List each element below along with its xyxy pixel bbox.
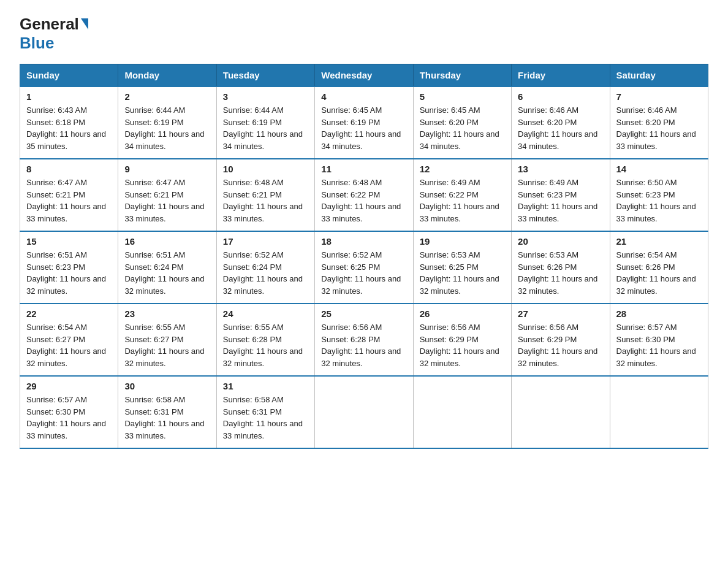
day-info: Sunrise: 6:48 AMSunset: 6:22 PMDaylight:… bbox=[321, 178, 401, 223]
day-cell bbox=[512, 376, 610, 448]
day-info: Sunrise: 6:54 AMSunset: 6:27 PMDaylight:… bbox=[26, 323, 106, 368]
day-cell: 26 Sunrise: 6:56 AMSunset: 6:29 PMDaylig… bbox=[413, 304, 511, 376]
header-cell-friday: Friday bbox=[512, 64, 610, 87]
logo-general-text: General bbox=[20, 15, 79, 34]
day-info: Sunrise: 6:53 AMSunset: 6:25 PMDaylight:… bbox=[420, 250, 499, 296]
logo: General Blue bbox=[20, 15, 88, 53]
logo-triangle-icon bbox=[81, 18, 88, 29]
day-number: 30 bbox=[124, 381, 210, 391]
day-cell: 18 Sunrise: 6:52 AMSunset: 6:25 PMDaylig… bbox=[315, 231, 413, 304]
day-cell: 2 Sunrise: 6:44 AMSunset: 6:19 PMDayligh… bbox=[118, 86, 216, 159]
week-row-5: 29 Sunrise: 6:57 AMSunset: 6:30 PMDaylig… bbox=[20, 376, 708, 448]
day-info: Sunrise: 6:52 AMSunset: 6:25 PMDaylight:… bbox=[321, 250, 401, 296]
day-number: 29 bbox=[26, 381, 112, 391]
day-cell: 25 Sunrise: 6:56 AMSunset: 6:28 PMDaylig… bbox=[315, 304, 413, 376]
day-info: Sunrise: 6:49 AMSunset: 6:23 PMDaylight:… bbox=[518, 178, 597, 223]
day-number: 27 bbox=[518, 308, 603, 319]
day-info: Sunrise: 6:47 AMSunset: 6:21 PMDaylight:… bbox=[26, 178, 106, 223]
day-cell: 10 Sunrise: 6:48 AMSunset: 6:21 PMDaylig… bbox=[216, 159, 314, 231]
day-number: 15 bbox=[26, 236, 112, 247]
week-row-1: 1 Sunrise: 6:43 AMSunset: 6:18 PMDayligh… bbox=[20, 86, 708, 159]
day-info: Sunrise: 6:45 AMSunset: 6:19 PMDaylight:… bbox=[321, 105, 401, 151]
day-number: 31 bbox=[223, 381, 308, 391]
day-info: Sunrise: 6:46 AMSunset: 6:20 PMDaylight:… bbox=[616, 105, 696, 151]
day-cell: 5 Sunrise: 6:45 AMSunset: 6:20 PMDayligh… bbox=[413, 86, 511, 159]
day-info: Sunrise: 6:56 AMSunset: 6:29 PMDaylight:… bbox=[518, 323, 597, 368]
day-cell: 16 Sunrise: 6:51 AMSunset: 6:24 PMDaylig… bbox=[118, 231, 216, 304]
day-info: Sunrise: 6:56 AMSunset: 6:29 PMDaylight:… bbox=[420, 323, 499, 368]
day-number: 14 bbox=[616, 164, 702, 174]
day-cell: 15 Sunrise: 6:51 AMSunset: 6:23 PMDaylig… bbox=[20, 231, 118, 304]
header-cell-thursday: Thursday bbox=[413, 64, 511, 87]
header-cell-sunday: Sunday bbox=[20, 64, 118, 87]
page-header: General Blue bbox=[20, 15, 708, 53]
day-number: 6 bbox=[518, 91, 603, 102]
day-number: 20 bbox=[518, 236, 603, 247]
header-cell-saturday: Saturday bbox=[610, 64, 708, 87]
day-number: 12 bbox=[420, 164, 505, 174]
day-number: 21 bbox=[616, 236, 702, 247]
day-cell: 29 Sunrise: 6:57 AMSunset: 6:30 PMDaylig… bbox=[20, 376, 118, 448]
day-number: 23 bbox=[124, 308, 210, 319]
day-cell: 7 Sunrise: 6:46 AMSunset: 6:20 PMDayligh… bbox=[610, 86, 708, 159]
day-cell: 22 Sunrise: 6:54 AMSunset: 6:27 PMDaylig… bbox=[20, 304, 118, 376]
day-cell: 27 Sunrise: 6:56 AMSunset: 6:29 PMDaylig… bbox=[512, 304, 610, 376]
day-number: 13 bbox=[518, 164, 603, 174]
day-number: 4 bbox=[321, 91, 406, 102]
day-cell bbox=[315, 376, 413, 448]
day-info: Sunrise: 6:50 AMSunset: 6:23 PMDaylight:… bbox=[616, 178, 696, 223]
day-number: 18 bbox=[321, 236, 406, 247]
day-cell: 17 Sunrise: 6:52 AMSunset: 6:24 PMDaylig… bbox=[216, 231, 314, 304]
day-info: Sunrise: 6:44 AMSunset: 6:19 PMDaylight:… bbox=[223, 105, 303, 151]
day-cell: 31 Sunrise: 6:58 AMSunset: 6:31 PMDaylig… bbox=[216, 376, 314, 448]
day-number: 16 bbox=[124, 236, 210, 247]
header-row: SundayMondayTuesdayWednesdayThursdayFrid… bbox=[20, 64, 708, 87]
week-row-4: 22 Sunrise: 6:54 AMSunset: 6:27 PMDaylig… bbox=[20, 304, 708, 376]
calendar-body: 1 Sunrise: 6:43 AMSunset: 6:18 PMDayligh… bbox=[20, 86, 708, 448]
day-cell: 1 Sunrise: 6:43 AMSunset: 6:18 PMDayligh… bbox=[20, 86, 118, 159]
day-info: Sunrise: 6:53 AMSunset: 6:26 PMDaylight:… bbox=[518, 250, 597, 296]
day-number: 26 bbox=[420, 308, 505, 319]
day-cell: 28 Sunrise: 6:57 AMSunset: 6:30 PMDaylig… bbox=[610, 304, 708, 376]
day-info: Sunrise: 6:44 AMSunset: 6:19 PMDaylight:… bbox=[124, 105, 204, 151]
week-row-3: 15 Sunrise: 6:51 AMSunset: 6:23 PMDaylig… bbox=[20, 231, 708, 304]
day-number: 25 bbox=[321, 308, 406, 319]
week-row-2: 8 Sunrise: 6:47 AMSunset: 6:21 PMDayligh… bbox=[20, 159, 708, 231]
day-info: Sunrise: 6:48 AMSunset: 6:21 PMDaylight:… bbox=[223, 178, 303, 223]
day-number: 2 bbox=[124, 91, 210, 102]
day-number: 5 bbox=[420, 91, 505, 102]
day-number: 3 bbox=[223, 91, 308, 102]
header-cell-tuesday: Tuesday bbox=[216, 64, 314, 87]
day-number: 1 bbox=[26, 91, 112, 102]
day-cell: 30 Sunrise: 6:58 AMSunset: 6:31 PMDaylig… bbox=[118, 376, 216, 448]
day-info: Sunrise: 6:55 AMSunset: 6:27 PMDaylight:… bbox=[124, 323, 204, 368]
calendar-table: SundayMondayTuesdayWednesdayThursdayFrid… bbox=[20, 64, 708, 449]
day-cell: 8 Sunrise: 6:47 AMSunset: 6:21 PMDayligh… bbox=[20, 159, 118, 231]
day-number: 9 bbox=[124, 164, 210, 174]
day-number: 11 bbox=[321, 164, 406, 174]
day-cell: 12 Sunrise: 6:49 AMSunset: 6:22 PMDaylig… bbox=[413, 159, 511, 231]
day-info: Sunrise: 6:57 AMSunset: 6:30 PMDaylight:… bbox=[26, 395, 106, 440]
day-info: Sunrise: 6:58 AMSunset: 6:31 PMDaylight:… bbox=[124, 395, 204, 440]
day-number: 10 bbox=[223, 164, 308, 174]
day-info: Sunrise: 6:51 AMSunset: 6:23 PMDaylight:… bbox=[26, 250, 106, 296]
day-info: Sunrise: 6:51 AMSunset: 6:24 PMDaylight:… bbox=[124, 250, 204, 296]
day-cell: 24 Sunrise: 6:55 AMSunset: 6:28 PMDaylig… bbox=[216, 304, 314, 376]
day-info: Sunrise: 6:54 AMSunset: 6:26 PMDaylight:… bbox=[616, 250, 696, 296]
day-info: Sunrise: 6:49 AMSunset: 6:22 PMDaylight:… bbox=[420, 178, 499, 223]
day-cell: 3 Sunrise: 6:44 AMSunset: 6:19 PMDayligh… bbox=[216, 86, 314, 159]
day-info: Sunrise: 6:58 AMSunset: 6:31 PMDaylight:… bbox=[223, 395, 303, 440]
header-cell-monday: Monday bbox=[118, 64, 216, 87]
day-cell: 23 Sunrise: 6:55 AMSunset: 6:27 PMDaylig… bbox=[118, 304, 216, 376]
day-cell: 11 Sunrise: 6:48 AMSunset: 6:22 PMDaylig… bbox=[315, 159, 413, 231]
day-number: 22 bbox=[26, 308, 112, 319]
header-cell-wednesday: Wednesday bbox=[315, 64, 413, 87]
day-cell bbox=[610, 376, 708, 448]
day-number: 24 bbox=[223, 308, 308, 319]
day-info: Sunrise: 6:46 AMSunset: 6:20 PMDaylight:… bbox=[518, 105, 597, 151]
day-info: Sunrise: 6:55 AMSunset: 6:28 PMDaylight:… bbox=[223, 323, 303, 368]
day-cell: 21 Sunrise: 6:54 AMSunset: 6:26 PMDaylig… bbox=[610, 231, 708, 304]
day-info: Sunrise: 6:57 AMSunset: 6:30 PMDaylight:… bbox=[616, 323, 696, 368]
day-info: Sunrise: 6:47 AMSunset: 6:21 PMDaylight:… bbox=[124, 178, 204, 223]
day-info: Sunrise: 6:56 AMSunset: 6:28 PMDaylight:… bbox=[321, 323, 401, 368]
